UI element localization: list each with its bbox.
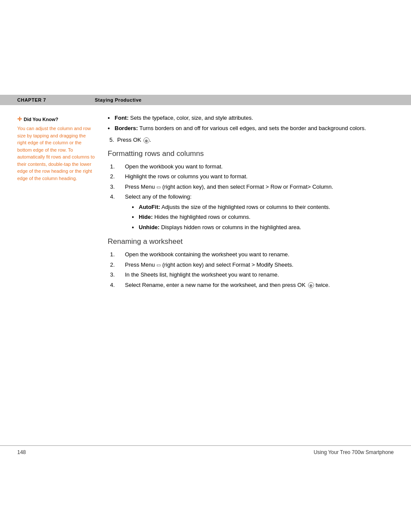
rename-step-2-text: (right action key) and select Format > M… — [162, 261, 294, 268]
step-5-num: 5. — [109, 137, 115, 143]
borders-bullet: Borders: Turns borders on and off for va… — [108, 124, 394, 133]
unhide-bullet: Unhide: Displays hidden rows or columns … — [132, 223, 394, 232]
press-ok-step: 5. Press OK ⊕. — [108, 137, 394, 143]
rename-step-3: In the Sheets list, highlight the worksh… — [116, 271, 394, 279]
hide-term: Hide: — [139, 214, 153, 220]
hide-desc: Hides the highlighted rows or columns. — [154, 214, 250, 220]
page-footer: 148 Using Your Treo 700w Smartphone — [0, 445, 411, 459]
formatting-steps-list: Open the workbook you want to format. Hi… — [108, 162, 394, 232]
rename-step-1-text: Open the workbook containing the workshe… — [125, 251, 290, 258]
autofit-term: AutoFit: — [139, 204, 160, 210]
autofit-desc: Adjusts the size of the highlighted rows… — [162, 204, 330, 210]
rename-step-3-text: In the Sheets list, highlight the worksh… — [125, 271, 279, 278]
ok-icon: ⊕ — [143, 137, 149, 143]
did-you-know-text: You can adjust the column and row size b… — [17, 125, 95, 182]
footer-page-number: 148 — [17, 449, 26, 455]
chapter-title: Staying Productive — [95, 97, 142, 103]
chapter-label: CHAPTER 7 — [17, 97, 95, 103]
renaming-steps-list: Open the workbook containing the workshe… — [108, 250, 394, 289]
footer-text: Using Your Treo 700w Smartphone — [314, 449, 394, 455]
did-you-know-label: Did You Know? — [24, 117, 58, 122]
format-step-3: Press Menu ▭ (right action key), and the… — [116, 183, 394, 191]
rename-step-1: Open the workbook containing the workshe… — [116, 250, 394, 259]
chapter-header: CHAPTER 7 Staying Productive — [0, 95, 411, 105]
format-sub-list: AutoFit: Adjusts the size of the highlig… — [125, 203, 394, 232]
main-content: Font: Sets the typeface, color, size, an… — [103, 114, 394, 295]
press-ok-text: Press OK — [117, 137, 141, 143]
borders-desc: Turns borders on and off for various cel… — [140, 125, 366, 131]
menu-icon-2: ▭ — [156, 261, 161, 269]
did-you-know-header: ✛ Did You Know? — [17, 116, 95, 122]
rename-step-2: Press Menu ▭ (right action key) and sele… — [116, 261, 394, 269]
rename-step-2-prefix: Press Menu — [125, 261, 155, 268]
section1-heading: Formatting rows and columns — [108, 149, 394, 158]
rename-step-4-text: Select Rename, enter a new name for the … — [125, 282, 305, 288]
sidebar: ✛ Did You Know? You can adjust the colum… — [17, 114, 103, 295]
section2-heading: Renaming a worksheet — [108, 237, 394, 246]
format-step-3-prefix: Press Menu — [125, 184, 155, 190]
ok-icon-2: ⊕ — [308, 282, 314, 288]
autofit-bullet: AutoFit: Adjusts the size of the highlig… — [132, 203, 394, 212]
format-step-4-text: Select any of the following: — [125, 193, 192, 200]
cross-icon: ✛ — [17, 116, 22, 122]
font-borders-list: Font: Sets the typeface, color, size, an… — [108, 114, 394, 132]
page: CHAPTER 7 Staying Productive ✛ Did You K… — [0, 95, 411, 532]
hide-bullet: Hide: Hides the highlighted rows or colu… — [132, 213, 394, 221]
unhide-desc: Displays hidden rows or columns in the h… — [161, 224, 301, 230]
menu-icon-1: ▭ — [156, 184, 161, 191]
format-step-2: Highlight the rows or columns you want t… — [116, 172, 394, 181]
format-step-1: Open the workbook you want to format. — [116, 162, 394, 171]
rename-step-4: Select Rename, enter a new name for the … — [116, 281, 394, 289]
content-area: ✛ Did You Know? You can adjust the colum… — [0, 105, 411, 304]
borders-term: Borders: — [115, 125, 138, 131]
format-step-2-text: Highlight the rows or columns you want t… — [125, 173, 248, 180]
rename-step-4-suffix: twice. — [315, 282, 330, 288]
format-step-3-text: (right action key), and then select Form… — [162, 184, 333, 190]
font-term: Font: — [115, 115, 128, 121]
font-bullet: Font: Sets the typeface, color, size, an… — [108, 114, 394, 122]
font-desc: Sets the typeface, color, size, and styl… — [130, 115, 253, 121]
format-step-4: Select any of the following: AutoFit: Ad… — [116, 193, 394, 231]
unhide-term: Unhide: — [139, 224, 159, 230]
format-step-1-text: Open the workbook you want to format. — [125, 163, 223, 170]
